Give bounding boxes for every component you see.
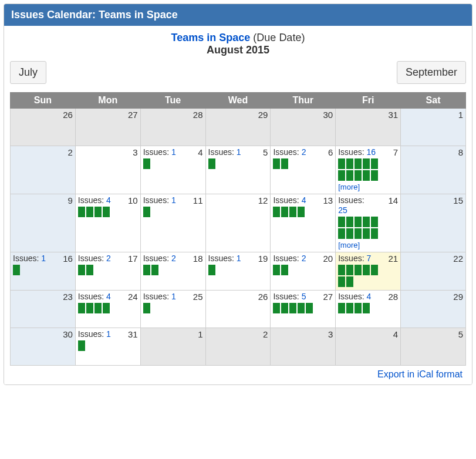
issue-block[interactable] xyxy=(273,265,280,275)
issue-block[interactable] xyxy=(281,303,288,313)
issues-count-link[interactable]: 1 xyxy=(41,254,46,263)
issues-count-link[interactable]: 1 xyxy=(106,329,111,339)
calendar-cell[interactable]: Issues: 217 xyxy=(75,252,140,291)
issue-block[interactable] xyxy=(143,158,150,169)
issue-block[interactable] xyxy=(355,265,362,275)
issue-block[interactable] xyxy=(338,170,345,181)
issue-block[interactable] xyxy=(298,207,305,217)
calendar-cell[interactable]: Issues: 167[more] xyxy=(336,146,401,194)
calendar-cell[interactable]: 26 xyxy=(11,109,76,146)
issue-block[interactable] xyxy=(306,303,313,313)
issues-count-link[interactable]: 2 xyxy=(106,254,111,263)
calendar-cell[interactable]: Issues: 131 xyxy=(75,328,140,366)
issues-count-link[interactable]: 1 xyxy=(237,254,241,263)
calendar-cell[interactable]: 27 xyxy=(75,109,140,146)
issue-block[interactable] xyxy=(289,303,296,313)
issues-count-link[interactable]: 4 xyxy=(302,195,306,205)
calendar-cell[interactable]: 1 xyxy=(140,328,205,366)
issue-block[interactable] xyxy=(103,207,110,217)
issue-block[interactable] xyxy=(208,158,215,169)
calendar-cell[interactable]: 29 xyxy=(401,291,466,328)
issues-count-link[interactable]: 1 xyxy=(171,195,176,205)
calendar-cell[interactable]: 1 xyxy=(401,109,466,146)
issue-block[interactable] xyxy=(371,158,378,169)
issue-block[interactable] xyxy=(281,158,288,169)
calendar-cell[interactable]: 23 xyxy=(11,291,76,328)
more-link[interactable]: [more] xyxy=(338,183,360,191)
issues-count-link[interactable]: 5 xyxy=(302,292,306,301)
calendar-cell[interactable]: 3 xyxy=(75,146,140,194)
issues-count-link[interactable]: 4 xyxy=(106,195,111,205)
issue-block[interactable] xyxy=(273,303,280,313)
issue-block[interactable] xyxy=(273,207,280,217)
issues-count-link[interactable]: 1 xyxy=(171,147,176,157)
issue-block[interactable] xyxy=(363,170,370,181)
issue-block[interactable] xyxy=(363,217,370,227)
calendar-cell[interactable]: Issues: 111 xyxy=(140,194,205,252)
issues-count-link[interactable]: 4 xyxy=(106,292,111,301)
issue-block[interactable] xyxy=(143,207,150,217)
calendar-cell[interactable]: 30 xyxy=(271,109,336,146)
issue-block[interactable] xyxy=(371,265,378,275)
issue-block[interactable] xyxy=(273,158,280,169)
issue-block[interactable] xyxy=(94,303,102,313)
calendar-cell[interactable]: 3 xyxy=(271,328,336,366)
calendar-cell[interactable]: Issues: 428 xyxy=(336,291,401,328)
issue-block[interactable] xyxy=(346,265,353,275)
project-link[interactable]: Teams in Space xyxy=(171,32,251,43)
calendar-cell[interactable]: 9 xyxy=(11,194,76,252)
calendar-cell[interactable]: Issues: 15 xyxy=(205,146,271,194)
issue-block[interactable] xyxy=(346,303,353,313)
calendar-cell[interactable]: 2 xyxy=(205,328,271,366)
issue-block[interactable] xyxy=(346,158,353,169)
issue-block[interactable] xyxy=(78,340,85,351)
issue-block[interactable] xyxy=(363,158,370,169)
issues-count-link[interactable]: 4 xyxy=(366,292,371,301)
issue-block[interactable] xyxy=(78,265,85,275)
calendar-cell[interactable]: 15 xyxy=(401,194,466,252)
issue-block[interactable] xyxy=(78,303,85,313)
issues-count-link[interactable]: 1 xyxy=(237,147,241,157)
calendar-cell[interactable]: Issues: 116 xyxy=(11,252,76,291)
issue-block[interactable] xyxy=(363,303,370,313)
issue-block[interactable] xyxy=(346,170,353,181)
issues-count-link[interactable]: 2 xyxy=(302,147,306,157)
calendar-cell[interactable]: 12 xyxy=(205,194,271,252)
issue-block[interactable] xyxy=(143,265,150,275)
issue-block[interactable] xyxy=(338,265,345,275)
issues-count-link[interactable]: 2 xyxy=(171,254,176,263)
issues-count-link[interactable]: 16 xyxy=(366,147,376,157)
issue-block[interactable] xyxy=(208,265,215,275)
issue-block[interactable] xyxy=(338,217,345,227)
calendar-cell[interactable]: Issues: 424 xyxy=(75,291,140,328)
issue-block[interactable] xyxy=(86,207,93,217)
export-ical-link[interactable]: Export in iCal format xyxy=(377,369,463,379)
calendar-cell[interactable]: 31 xyxy=(336,109,401,146)
issue-block[interactable] xyxy=(338,303,345,313)
calendar-cell[interactable]: Issues: 26 xyxy=(271,146,336,194)
calendar-cell[interactable]: 8 xyxy=(401,146,466,194)
issues-count-link[interactable]: 25 xyxy=(338,205,347,215)
issue-block[interactable] xyxy=(355,158,362,169)
calendar-cell[interactable]: 29 xyxy=(205,109,271,146)
calendar-cell[interactable]: Issues: 14 xyxy=(140,146,205,194)
issue-block[interactable] xyxy=(371,170,378,181)
issue-block[interactable] xyxy=(298,303,305,313)
issue-block[interactable] xyxy=(151,265,158,275)
calendar-cell[interactable]: 2 xyxy=(11,146,76,194)
calendar-cell[interactable]: 26 xyxy=(205,291,271,328)
issue-block[interactable] xyxy=(86,303,93,313)
prev-month-button[interactable]: July xyxy=(10,61,46,84)
issue-block[interactable] xyxy=(103,303,110,313)
calendar-cell[interactable]: Issues: 527 xyxy=(271,291,336,328)
issue-block[interactable] xyxy=(289,207,296,217)
issue-block[interactable] xyxy=(371,228,378,239)
issue-block[interactable] xyxy=(94,207,102,217)
issue-block[interactable] xyxy=(338,276,345,287)
issue-block[interactable] xyxy=(346,276,353,287)
more-link[interactable]: [more] xyxy=(338,241,360,249)
issue-block[interactable] xyxy=(338,228,345,239)
calendar-cell[interactable]: 30 xyxy=(11,328,76,366)
next-month-button[interactable]: September xyxy=(397,61,466,84)
issue-block[interactable] xyxy=(355,217,362,227)
